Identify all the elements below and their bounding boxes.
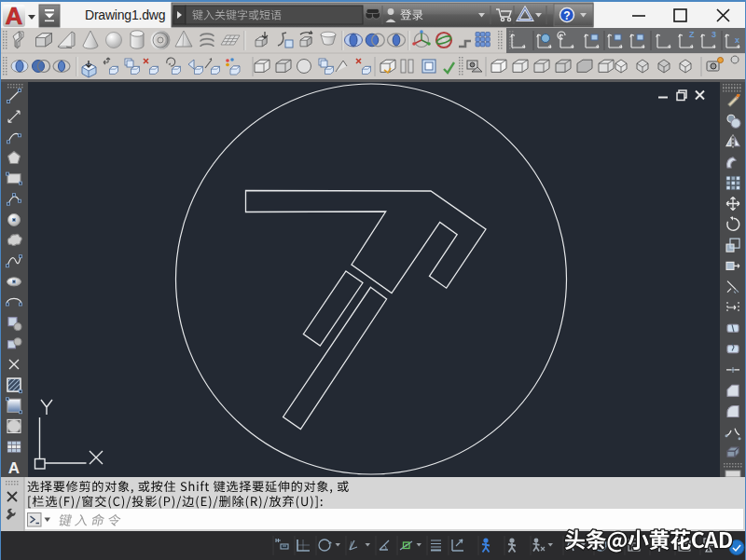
- svg-text:A: A: [6, 2, 23, 30]
- svg-text:Drawing1.dwg: Drawing1.dwg: [85, 7, 165, 22]
- svg-text:3: 3: [711, 30, 716, 39]
- svg-text:A: A: [8, 459, 20, 477]
- svg-text:?: ?: [563, 9, 570, 22]
- svg-text:Z: Z: [689, 30, 695, 39]
- svg-text:x: x: [735, 35, 739, 45]
